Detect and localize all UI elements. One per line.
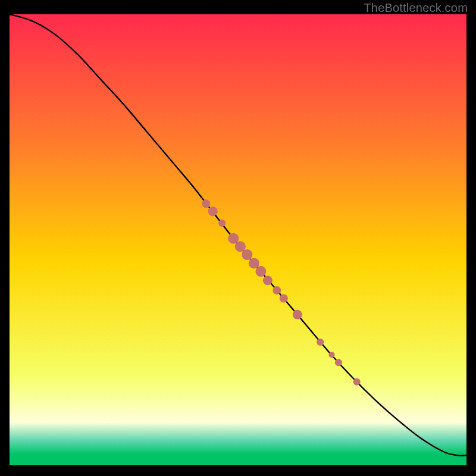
data-marker xyxy=(353,378,361,386)
data-marker xyxy=(293,310,302,320)
data-marker xyxy=(235,241,246,252)
data-marker xyxy=(273,286,281,295)
chart-svg xyxy=(10,14,466,465)
data-marker xyxy=(218,220,226,227)
data-marker xyxy=(328,352,334,358)
data-marker xyxy=(255,266,266,277)
plot-area xyxy=(10,14,466,465)
data-marker xyxy=(208,206,218,216)
attribution-label: TheBottleneck.com xyxy=(364,1,468,15)
data-marker xyxy=(317,339,324,346)
data-marker xyxy=(242,249,252,260)
data-marker xyxy=(228,233,239,244)
data-marker xyxy=(249,258,259,268)
data-marker xyxy=(202,199,210,208)
data-marker xyxy=(280,295,288,303)
data-marker xyxy=(263,275,273,285)
data-marker xyxy=(335,359,342,366)
chart-stage: TheBottleneck.com xyxy=(0,0,476,476)
